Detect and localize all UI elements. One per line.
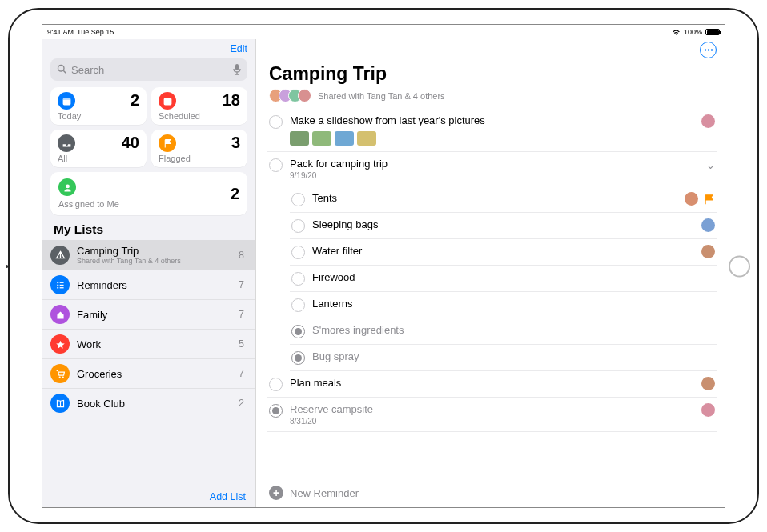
inbox-icon bbox=[58, 134, 75, 152]
subtask-block: Tents Sleeping bags Water filter Firewoo… bbox=[267, 186, 717, 371]
completion-radio[interactable] bbox=[291, 298, 305, 312]
list-name: Groceries bbox=[77, 368, 231, 380]
completion-radio[interactable] bbox=[291, 351, 305, 365]
completion-radio[interactable] bbox=[291, 246, 305, 259]
detail-pane: Camping Trip Shared with Tang Tan & 4 ot… bbox=[256, 39, 725, 507]
list-count: 7 bbox=[239, 279, 244, 290]
list-count: 2 bbox=[239, 398, 244, 409]
sidebar-list-item[interactable]: Work 5 bbox=[42, 330, 255, 359]
search-field[interactable]: Search bbox=[50, 58, 247, 81]
svg-point-8 bbox=[57, 284, 58, 286]
list-name: Work bbox=[77, 338, 231, 350]
list-count: 5 bbox=[239, 338, 244, 350]
reminder-row[interactable]: Bug spray bbox=[290, 345, 717, 371]
reminder-title: S'mores ingredients bbox=[312, 324, 708, 336]
assignee-avatar bbox=[685, 192, 698, 206]
completion-radio[interactable] bbox=[269, 404, 283, 418]
tile-all[interactable]: 40 All bbox=[50, 130, 147, 167]
tile-flagged[interactable]: 3 Flagged bbox=[151, 130, 247, 167]
sidebar-list-item[interactable]: Book Club 2 bbox=[42, 389, 255, 418]
completion-radio[interactable] bbox=[291, 325, 305, 338]
reminder-row[interactable]: Reserve campsite 8/31/20 bbox=[267, 398, 717, 432]
completion-radio[interactable] bbox=[291, 193, 305, 206]
add-list-button[interactable]: Add List bbox=[42, 486, 255, 507]
wifi-icon bbox=[672, 29, 681, 36]
tile-today[interactable]: 2 Today bbox=[50, 87, 147, 125]
tile-assigned-count: 2 bbox=[231, 186, 239, 202]
edit-button[interactable]: Edit bbox=[230, 43, 247, 54]
reminder-date: 8/31/20 bbox=[290, 417, 694, 426]
completion-radio[interactable] bbox=[291, 219, 305, 233]
mic-icon[interactable] bbox=[233, 64, 241, 75]
svg-point-7 bbox=[57, 282, 58, 283]
ipad-device: 9:41 AM Tue Sep 15 100% Edit Search bbox=[8, 8, 759, 524]
reminder-row[interactable]: S'mores ingredients bbox=[290, 318, 717, 345]
home-button[interactable] bbox=[729, 255, 750, 277]
list-icon bbox=[50, 275, 70, 294]
image-attachments[interactable] bbox=[290, 131, 694, 146]
list-name: Family bbox=[77, 309, 231, 321]
svg-point-14 bbox=[62, 376, 63, 378]
list-name: Book Club bbox=[77, 398, 231, 410]
tile-assigned-label: Assigned to Me bbox=[58, 199, 119, 209]
assignee-avatar bbox=[701, 377, 715, 390]
tile-assigned[interactable]: Assigned to Me 2 bbox=[50, 172, 247, 215]
thumbnail[interactable] bbox=[290, 131, 309, 146]
reminder-title: Tents bbox=[312, 192, 677, 204]
shared-label: Shared with Tang Tan & 4 others bbox=[318, 91, 445, 101]
list-icon bbox=[50, 394, 70, 413]
tile-scheduled-label: Scheduled bbox=[159, 111, 240, 121]
my-lists: Camping TripShared with Tang Tan & 4 oth… bbox=[42, 240, 255, 486]
sidebar-list-item[interactable]: Camping TripShared with Tang Tan & 4 oth… bbox=[42, 240, 255, 270]
shared-row[interactable]: Shared with Tang Tan & 4 others bbox=[256, 89, 725, 109]
thumbnail[interactable] bbox=[357, 131, 376, 146]
reminder-title: Lanterns bbox=[312, 298, 708, 310]
reminder-row[interactable]: Lanterns bbox=[290, 292, 717, 318]
completion-radio[interactable] bbox=[291, 272, 305, 286]
tile-flagged-count: 3 bbox=[231, 134, 240, 150]
thumbnail[interactable] bbox=[312, 131, 331, 146]
volume-button bbox=[6, 265, 8, 268]
svg-point-9 bbox=[57, 286, 58, 288]
chevron-down-icon[interactable]: ⌄ bbox=[706, 159, 715, 171]
calendar-icon bbox=[159, 92, 176, 110]
reminder-row[interactable]: Firewood bbox=[290, 266, 717, 292]
sidebar-list-item[interactable]: Reminders 7 bbox=[42, 270, 255, 300]
new-reminder-button[interactable]: + New Reminder bbox=[256, 478, 725, 507]
list-name: Camping Trip bbox=[77, 245, 231, 257]
completion-radio[interactable] bbox=[269, 378, 283, 391]
new-reminder-label: New Reminder bbox=[290, 487, 359, 499]
reminder-title: Bug spray bbox=[312, 350, 708, 362]
svg-rect-2 bbox=[235, 64, 239, 70]
svg-rect-4 bbox=[62, 98, 70, 99]
reminder-row[interactable]: Pack for camping trip 9/19/20 ⌄ bbox=[267, 152, 717, 186]
list-name: Reminders bbox=[77, 279, 231, 291]
list-count: 7 bbox=[239, 368, 244, 379]
reminder-row[interactable]: Water filter bbox=[290, 239, 717, 266]
list-icon bbox=[50, 364, 70, 383]
battery-icon bbox=[705, 29, 720, 35]
completion-radio[interactable] bbox=[269, 115, 283, 129]
list-count: 8 bbox=[239, 250, 244, 261]
list-count: 7 bbox=[239, 309, 244, 320]
reminder-title: Make a slideshow from last year's pictur… bbox=[290, 114, 694, 126]
svg-rect-5 bbox=[163, 98, 171, 105]
reminder-row[interactable]: Plan meals bbox=[267, 371, 717, 398]
list-icon bbox=[50, 334, 70, 354]
assignee-avatar bbox=[701, 114, 715, 128]
sidebar-list-item[interactable]: Groceries 7 bbox=[42, 359, 255, 389]
sidebar-list-item[interactable]: Family 7 bbox=[42, 300, 255, 330]
reminder-date: 9/19/20 bbox=[290, 171, 699, 180]
tile-today-label: Today bbox=[58, 111, 139, 121]
status-date: Tue Sep 15 bbox=[77, 28, 114, 36]
reminder-row[interactable]: Tents bbox=[290, 186, 717, 213]
svg-point-13 bbox=[58, 376, 60, 378]
list-icon bbox=[50, 246, 70, 265]
reminder-row[interactable]: Make a slideshow from last year's pictur… bbox=[267, 109, 717, 152]
person-icon bbox=[58, 178, 76, 196]
thumbnail[interactable] bbox=[335, 131, 354, 146]
reminder-row[interactable]: Sleeping bags bbox=[290, 213, 717, 239]
completion-radio[interactable] bbox=[269, 158, 283, 172]
more-button[interactable] bbox=[700, 42, 717, 58]
tile-scheduled[interactable]: 18 Scheduled bbox=[151, 87, 247, 125]
